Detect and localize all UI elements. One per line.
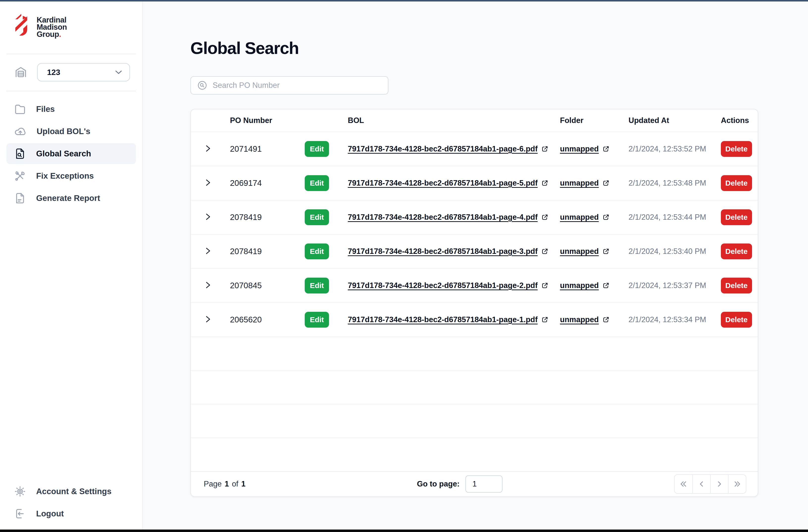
updated-at-cell: 2/1/2024, 12:53:37 PM [628,281,721,290]
delete-button[interactable]: Delete [721,175,752,191]
warehouse-select[interactable]: 123 [37,63,130,81]
table-footer: Page 1 of 1 Go to page: [191,471,758,496]
column-header-actions: Actions [721,116,758,125]
folder-name: unmapped [560,213,599,222]
sidebar-item-label: Files [36,104,55,114]
folder-link[interactable]: unmapped [560,145,610,153]
next-page-button[interactable] [710,475,728,493]
sidebar-item-logout[interactable]: Logout [6,503,136,524]
delete-button[interactable]: Delete [721,209,752,225]
first-page-button[interactable] [675,475,692,493]
po-number-cell: 2071491 [230,144,305,154]
warehouse-select-value: 123 [47,68,60,77]
empty-table-row [191,404,758,437]
folder-name: unmapped [560,315,599,324]
sidebar-nav: Files Upload BOL's Global S [0,91,142,209]
bol-filename: 7917d178-734e-4128-bec2-d67857184ab1-pag… [348,247,538,256]
sidebar-item-label: Account & Settings [36,487,111,496]
gear-icon [14,486,26,497]
logout-icon [14,508,26,519]
external-link-icon [541,145,549,153]
bol-filename: 7917d178-734e-4128-bec2-d67857184ab1-pag… [348,281,538,290]
sidebar-item-files[interactable]: Files [6,99,136,119]
top-accent-bar [0,0,808,1]
goto-page-input[interactable] [465,475,502,493]
delete-button[interactable]: Delete [721,244,752,259]
expand-row-button[interactable] [205,179,211,187]
updated-at-cell: 2/1/2024, 12:53:34 PM [628,315,721,324]
sidebar: Kardinal Madison Group. 123 [0,1,143,530]
bol-filename: 7917d178-734e-4128-bec2-d67857184ab1-pag… [348,213,538,222]
sidebar-item-account-settings[interactable]: Account & Settings [6,481,136,502]
warehouse-icon [14,66,27,79]
bol-link[interactable]: 7917d178-734e-4128-bec2-d67857184ab1-pag… [348,213,549,222]
external-link-icon [541,213,549,221]
last-page-button[interactable] [728,475,746,493]
sidebar-item-label: Generate Report [36,193,100,203]
brand-logo-icon [13,13,31,37]
total-pages: 1 [241,479,245,489]
folder-link[interactable]: unmapped [560,179,610,188]
document-report-icon [14,192,26,204]
expand-row-button[interactable] [205,281,211,289]
folder-link[interactable]: unmapped [560,315,610,324]
sidebar-item-upload-bols[interactable]: Upload BOL's [6,121,136,142]
expand-row-button[interactable] [205,247,211,255]
column-header-updated-at: Updated At [628,116,721,125]
external-link-icon [602,316,610,323]
external-link-icon [541,179,549,187]
po-number-cell: 2065620 [230,315,305,324]
bol-link[interactable]: 7917d178-734e-4128-bec2-d67857184ab1-pag… [348,315,549,324]
bol-link[interactable]: 7917d178-734e-4128-bec2-d67857184ab1-pag… [348,179,549,188]
expand-row-button[interactable] [205,145,211,152]
goto-page-label: Go to page: [417,479,459,489]
page-title: Global Search [190,39,808,57]
table-row: 2071491 Edit 7917d178-734e-4128-bec2-d67… [191,132,758,166]
brand-name: Kardinal Madison Group. [37,13,67,38]
folder-link[interactable]: unmapped [560,213,610,222]
column-header-bol: BOL [348,116,560,125]
previous-page-button[interactable] [692,475,710,493]
edit-button[interactable]: Edit [305,244,329,259]
brand: Kardinal Madison Group. [0,1,142,38]
po-number-cell: 2069174 [230,178,305,188]
po-number-cell: 2070845 [230,281,305,290]
bol-link[interactable]: 7917d178-734e-4128-bec2-d67857184ab1-pag… [348,145,549,153]
external-link-icon [602,248,610,255]
delete-button[interactable]: Delete [721,141,752,157]
results-table: PO Number BOL Folder Updated At Actions [190,109,758,497]
sidebar-item-fix-exceptions[interactable]: Fix Exceptions [6,166,136,186]
empty-rows [191,337,758,471]
main-content: Global Search PO Number BOL Folder Updat… [143,1,808,530]
sidebar-item-global-search[interactable]: Global Search [6,143,136,164]
edit-button[interactable]: Edit [305,312,329,328]
table-row: 2070845 Edit 7917d178-734e-4128-bec2-d67… [191,268,758,302]
bol-filename: 7917d178-734e-4128-bec2-d67857184ab1-pag… [348,315,538,324]
edit-button[interactable]: Edit [305,141,329,157]
bol-link[interactable]: 7917d178-734e-4128-bec2-d67857184ab1-pag… [348,247,549,256]
external-link-icon [541,248,549,255]
sidebar-item-label: Global Search [36,149,91,158]
delete-button[interactable]: Delete [721,278,752,293]
folder-name: unmapped [560,179,599,188]
table-row: 2065620 Edit 7917d178-734e-4128-bec2-d67… [191,302,758,337]
empty-table-row [191,370,758,404]
edit-button[interactable]: Edit [305,278,329,293]
expand-row-button[interactable] [205,315,211,323]
external-link-icon [541,316,549,323]
delete-button[interactable]: Delete [721,312,752,328]
folder-link[interactable]: unmapped [560,281,610,290]
chevron-down-icon [115,70,122,75]
external-link-icon [602,179,610,187]
search-input[interactable] [212,81,382,90]
search-box [190,76,388,95]
warehouse-row: 123 [0,54,142,91]
folder-link[interactable]: unmapped [560,247,610,256]
table-header: PO Number BOL Folder Updated At Actions [191,109,758,132]
po-number-cell: 2078419 [230,212,305,222]
bol-link[interactable]: 7917d178-734e-4128-bec2-d67857184ab1-pag… [348,281,549,290]
sidebar-item-generate-report[interactable]: Generate Report [6,188,136,209]
edit-button[interactable]: Edit [305,209,329,225]
expand-row-button[interactable] [205,213,211,221]
edit-button[interactable]: Edit [305,175,329,191]
